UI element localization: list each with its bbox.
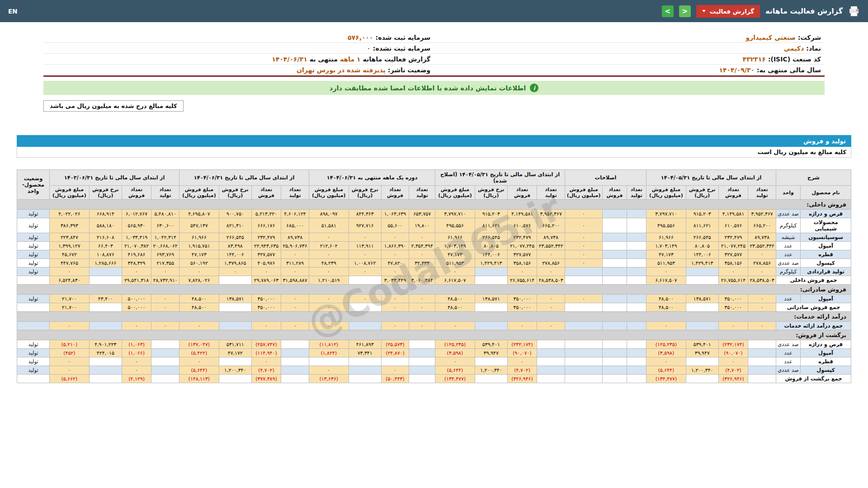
value-cell: ۲۶۶,۵۴۵ — [219, 233, 251, 242]
value-cell: ۸۴۴,۳۶۳ — [349, 210, 381, 218]
info-value: ۵۷۶,۰۰۰ — [348, 34, 373, 41]
value-cell — [603, 303, 627, 312]
value-cell: ۳۲۷,۵۷۷ — [718, 250, 748, 259]
value-cell — [686, 276, 718, 285]
unit-cell: صد عددی — [776, 366, 801, 375]
value-cell — [627, 322, 646, 330]
unit-cell: صد عددی — [776, 340, 801, 349]
status-cell — [17, 303, 50, 312]
unit-cell: کیلوگرم — [776, 267, 801, 276]
product-name-cell: جمع فروش داخلی — [776, 276, 851, 285]
value-cell — [281, 349, 309, 357]
page-title: گزارش فعالیت ماهانه — [765, 7, 843, 15]
value-cell: ۰ — [349, 233, 381, 242]
value-cell: ۰ — [122, 357, 151, 366]
table-row: جمع برگشت از فروش(۳۲۶,۹۴۶)(۱۳۴,۴۷۷)(۳۲۶,… — [17, 375, 851, 383]
value-cell: ۱۰۸,۸۷۶ — [89, 250, 122, 259]
value-cell — [603, 250, 627, 259]
value-cell: ۴,۶۹۵,۸۰۷ — [179, 210, 219, 218]
section-label: برگشت از فروش: — [17, 330, 851, 340]
value-cell: ۳,۹۵۲,۳۶۷ — [537, 210, 565, 218]
value-cell: ۰ — [409, 233, 435, 242]
column-group-header: از ابتدای سال مالی تا تاریخ ۱۴۰۳/۰۶/۳۱ — [50, 170, 179, 186]
value-cell: ۱,۴۲۹,۴۱۳ — [686, 259, 718, 267]
value-cell: ۸۰,۸۰۵ — [475, 242, 507, 250]
unit-cell: صد عددی — [776, 210, 801, 218]
value-cell: ۰ — [646, 267, 686, 276]
next-period-button[interactable]: > — [662, 5, 674, 17]
value-cell: ۴۶۱,۸۹۳ — [349, 340, 381, 349]
value-cell: ۱,۰۶۳,۶۳۹ — [381, 210, 409, 218]
column-header: نرخ فروش (ریال) — [89, 186, 122, 200]
value-cell: (۱۲۵,۲۳۵) — [435, 340, 475, 349]
value-cell: ۰ — [435, 267, 475, 276]
column-header: نرخ فروش (ریال) — [219, 186, 251, 200]
table-row: آمپولعدد(۹۰,۰۷۰)۳۹,۹۴۷(۳,۵۹۸)(۹۰,۰۷۰)۳۹,… — [17, 349, 851, 357]
value-cell: ۰ — [251, 322, 281, 330]
value-cell: ۰ — [381, 303, 409, 312]
previous-period-button[interactable]: < — [679, 5, 691, 17]
value-cell — [219, 375, 251, 383]
info-row: وضعیت ناشر:پذيرفته شده در بورس تهران — [43, 65, 434, 75]
status-cell: تولید — [17, 357, 50, 366]
product-name-cell: قطره — [801, 250, 851, 259]
production-sales-table: شرحاز ابتدای سال مالی تا تاریخ ۱۴۰۴/۰۵/۳… — [17, 169, 851, 383]
status-cell: تولید — [17, 242, 50, 250]
value-cell: ۰ — [409, 295, 435, 303]
value-cell — [151, 375, 179, 383]
value-cell: ۵,۲۱۳,۲۲۰ — [251, 210, 281, 218]
value-cell: ۹۰۰,۷۵۰ — [219, 210, 251, 218]
value-cell — [603, 366, 627, 375]
table-head: شرحاز ابتدای سال مالی تا تاریخ ۱۴۰۴/۰۵/۳… — [17, 170, 851, 200]
value-cell — [409, 340, 435, 349]
section-label: فروش داخلی: — [17, 200, 851, 210]
value-cell — [409, 366, 435, 375]
value-cell: ۰ — [718, 267, 748, 276]
column-header: نرخ فروش (ریال) — [475, 186, 507, 200]
value-cell: ۰ — [50, 322, 90, 330]
value-cell: ۱,۲۸۵,۶۶۶ — [89, 259, 122, 267]
value-cell: ۴,۶۰۶,۱۲۴ — [281, 210, 309, 218]
unit-cell: کیلوگرم — [776, 218, 801, 233]
info-row: گزارش فعالیت ماهانه ۱ ماهه منتهی به ۱۴۰۴… — [43, 54, 434, 65]
info-value: دکيمي — [784, 45, 804, 52]
value-cell: ۵۶۰,۱۹۲ — [179, 259, 219, 267]
value-cell: ۰ — [507, 267, 537, 276]
value-cell: ۰ — [409, 267, 435, 276]
value-cell: ۸۲۱,۳۱۰ — [219, 218, 251, 233]
value-cell: ۱۹,۸۰۰ — [409, 218, 435, 233]
value-cell: ۳۲۷,۵۷۷ — [507, 250, 537, 259]
value-cell: ۲۳۲,۴۷۹ — [718, 233, 748, 242]
table-row: کپسولصد عددی(۴,۷۰۲)۱,۲۰۰,۳۴۰(۵,۶۴۴)(۴,۷۰… — [17, 366, 851, 375]
value-cell: ۴۸,۵۰۰ — [179, 295, 219, 303]
report-printer-icon — [848, 6, 860, 17]
value-cell: ۵۵,۶۰۰ — [381, 218, 409, 233]
value-cell: ۰ — [537, 295, 565, 303]
value-cell — [309, 357, 349, 366]
value-cell — [565, 276, 603, 285]
value-cell: (۹۰,۰۷۰) — [507, 349, 537, 357]
unit-cell: عدد — [776, 242, 801, 250]
info-value: صنعتي کيميدارو — [745, 34, 796, 41]
table-row: قرص و دراژهصد عددی۳,۹۵۲,۳۶۷۴,۱۴۹,۵۸۱۹۱۵,… — [17, 210, 851, 218]
report-type-dropdown[interactable]: گزارش فعالیت — [696, 5, 760, 18]
value-cell — [281, 357, 309, 366]
info-label: کد صنعت (ISIC): — [768, 56, 821, 63]
table-row: فروش داخلی: — [17, 200, 851, 210]
info-icon: i — [530, 84, 538, 92]
value-cell — [475, 322, 507, 330]
value-cell: ۰ — [281, 303, 309, 312]
value-cell: ۰ — [50, 267, 90, 276]
table-row: قطرهعدد۰۰۰۰۰۰۰۰تولید — [17, 357, 851, 366]
value-cell: ۹۱۵,۲۰۳ — [686, 210, 718, 218]
value-cell: (۵,۴۲۲) — [179, 349, 219, 357]
status-cell — [17, 322, 50, 330]
column-header: تعداد فروش — [718, 186, 748, 200]
value-cell — [219, 357, 251, 366]
column-group-header: از ابتدای سال مالی تا تاریخ ۱۴۰۴/۰۵/۳۱ — [646, 170, 776, 186]
language-toggle-en[interactable]: EN — [8, 8, 18, 15]
value-cell: ۳۵۰,۰۰۰ — [507, 295, 537, 303]
value-cell: ۱۴۴,۰۰۶ — [686, 250, 718, 259]
value-cell: ۰ — [281, 267, 309, 276]
value-cell: ۱۱۳,۹۱۱ — [349, 242, 381, 250]
